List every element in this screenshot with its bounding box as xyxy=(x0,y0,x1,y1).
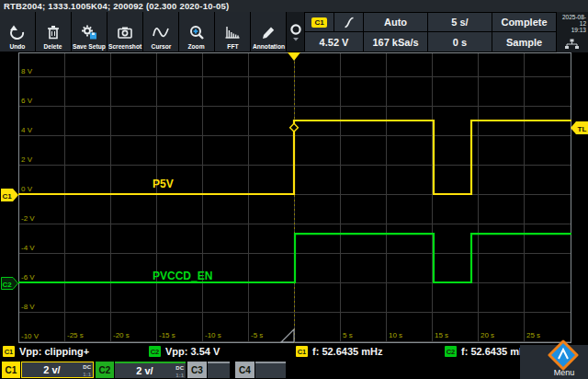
channel1-coupling: DC xyxy=(83,364,91,370)
date-text: 2025-08-12 xyxy=(557,14,586,27)
datetime-box[interactable]: 2025-08-12 19:13 xyxy=(557,12,588,52)
svg-text:C1: C1 xyxy=(2,192,12,201)
trigger-source-badge: C1 xyxy=(311,17,326,28)
time-axis-label: -5 s xyxy=(251,331,263,339)
trigger-mode-cell[interactable]: Auto xyxy=(364,13,427,31)
measurement-2-value: Vpp: 3.54 V xyxy=(165,346,220,357)
channel3-cell[interactable] xyxy=(208,362,230,378)
voltage-axis-label: 6 V xyxy=(21,97,33,105)
c2-badge: C2 xyxy=(149,346,161,357)
acquisition-indicator[interactable] xyxy=(287,12,304,52)
time-text: 19:13 xyxy=(557,27,586,33)
c2-badge: C2 xyxy=(445,346,457,357)
voltage-axis-label: -4 V xyxy=(21,244,35,252)
magnifier-plus-icon xyxy=(188,21,205,43)
pencil-icon xyxy=(260,21,277,43)
screenshot-button[interactable]: Screenshot xyxy=(107,12,142,52)
voltage-axis-label: 4 V xyxy=(21,126,33,134)
waveform-display[interactable]: 8 V6 V4 V2 V0 V-2 V-4 V-6 V-8 V-10 V-25 … xyxy=(18,52,571,343)
trace-label: PVCCD_EN xyxy=(153,270,212,282)
voltage-axis-label: 0 V xyxy=(21,185,33,193)
channel3-badge[interactable]: C3 xyxy=(187,362,207,378)
trigger-source-cell[interactable]: C1 xyxy=(305,13,334,31)
measurement-3[interactable]: C1 f: 52.6435 mHz xyxy=(296,345,382,358)
acquisition-status-cell[interactable]: Complete xyxy=(492,13,556,31)
channel4-badge[interactable]: C4 xyxy=(235,362,254,378)
voltage-axis-label: -10 V xyxy=(21,332,40,340)
undo-button[interactable]: Undo xyxy=(0,12,35,52)
channel2-coupling: DC xyxy=(175,365,184,371)
spectrum-bars-icon xyxy=(224,21,241,43)
sample-rate-cell[interactable]: 167 kSa/s xyxy=(364,32,427,52)
voltage-axis-label: 2 V xyxy=(21,155,33,164)
horizontal-position-cell[interactable]: 0 s xyxy=(428,32,492,52)
trigger-time-marker xyxy=(288,52,300,61)
channel1-scale: 2 v/ xyxy=(43,364,60,375)
gear-save-icon xyxy=(81,21,97,43)
channel2-scale-cell[interactable]: 2 v/ DC1:1 xyxy=(115,362,186,378)
measurement-4[interactable]: C2 f: 52.6435 mHz xyxy=(445,345,531,358)
channel2-scale: 2 v/ xyxy=(136,365,153,376)
time-axis-label: -15 s xyxy=(159,331,175,339)
time-axis-label: 25 s xyxy=(526,331,540,339)
channel1-badge[interactable]: C1 xyxy=(2,362,20,378)
oscilloscope-screen: RTB2004; 1333.1005K04; 200092 (02.300 20… xyxy=(0,0,588,379)
time-axis-label: -20 s xyxy=(113,331,130,339)
channel2-probe: 1:1 xyxy=(175,373,184,378)
trigger-level-cell[interactable]: 4.52 V xyxy=(305,32,363,52)
save-setup-button[interactable]: Save Setup xyxy=(72,12,107,52)
trigger-point-diamond xyxy=(290,123,299,132)
channel1-probe: 1:1 xyxy=(83,372,91,377)
annotation-button[interactable]: Annotation xyxy=(251,12,286,52)
camera-icon xyxy=(117,21,133,43)
time-axis-label: 20 s xyxy=(481,331,494,339)
rising-slope-icon xyxy=(342,16,356,29)
c2-position-marker[interactable]: C2 xyxy=(1,277,18,290)
trigger-level-marker[interactable]: TL xyxy=(571,121,588,134)
c1-position-marker[interactable]: C1 xyxy=(1,189,18,201)
network-icon xyxy=(557,39,586,51)
voltage-axis-label: -6 V xyxy=(21,273,35,281)
menu-button[interactable]: Menu xyxy=(549,368,579,377)
channel1-scale-cell[interactable]: 2 v/ DC1:1 xyxy=(21,362,94,378)
voltage-axis-label: 8 V xyxy=(21,67,33,75)
sine-cursor-icon xyxy=(152,21,170,43)
device-title-bar: RTB2004; 1333.1005K04; 200092 (02.300 20… xyxy=(0,0,588,12)
zoom-button[interactable]: Zoom xyxy=(179,12,214,52)
timebase-cell[interactable]: 5 s/ xyxy=(428,13,492,31)
trigger-slope-cell[interactable] xyxy=(334,13,363,31)
voltage-axis-label: -8 V xyxy=(21,303,35,311)
delay-reference-marker xyxy=(281,329,294,342)
time-axis-label: 10 s xyxy=(389,331,402,339)
measurement-2[interactable]: C2 Vpp: 3.54 V xyxy=(149,345,220,358)
c1-badge: C1 xyxy=(296,346,308,357)
channel4-cell[interactable] xyxy=(255,362,286,378)
svg-text:C2: C2 xyxy=(2,281,12,289)
delete-button[interactable]: Delete xyxy=(36,12,71,52)
time-axis-label: 15 s xyxy=(435,331,448,339)
device-id-text: RTB2004; 1333.1005K04; 200092 (02.300 20… xyxy=(4,1,229,11)
trash-icon xyxy=(45,21,62,43)
time-axis-label: 5 s xyxy=(343,331,353,339)
fft-button[interactable]: FFT xyxy=(215,12,250,52)
undo-icon xyxy=(9,21,26,43)
measurement-1[interactable]: C1 Vpp: clipping+ xyxy=(3,345,89,358)
trace-pvccd_en xyxy=(18,234,571,282)
channel2-badge[interactable]: C2 xyxy=(96,362,114,378)
c1-badge: C1 xyxy=(3,346,15,357)
time-axis-label: -10 s xyxy=(205,331,221,339)
trace-label: P5V xyxy=(153,178,174,190)
cursor-button[interactable]: Cursor xyxy=(143,12,178,52)
time-axis-label: -25 s xyxy=(67,331,84,339)
voltage-axis-label: -2 V xyxy=(21,214,35,223)
measurement-3-value: f: 52.6435 mHz xyxy=(312,346,382,357)
svg-text:TL: TL xyxy=(578,125,587,133)
measurement-1-value: Vpp: clipping+ xyxy=(19,346,89,357)
record-circle-icon xyxy=(289,23,302,41)
acquisition-mode-cell[interactable]: Sample xyxy=(492,32,556,52)
rohde-schwarz-logo xyxy=(548,339,579,371)
